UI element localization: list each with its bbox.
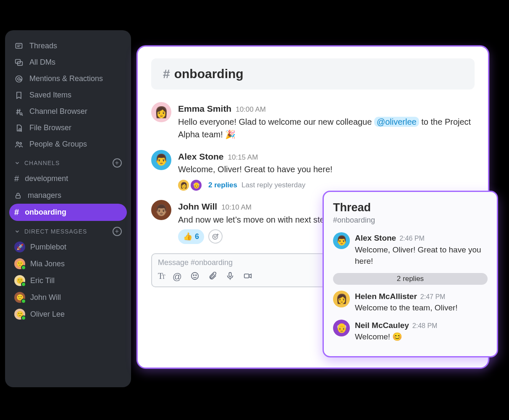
format-icon[interactable]: TT (158, 271, 164, 282)
message-author[interactable]: Neil McCauley (355, 320, 409, 331)
message-author[interactable]: John Will (178, 200, 217, 213)
avatar[interactable]: 👨 (333, 232, 350, 249)
mention[interactable]: @oliverlee (374, 117, 419, 127)
attachment-icon[interactable] (208, 271, 217, 282)
bookmark-icon (14, 91, 24, 100)
dm-item-oliver[interactable]: 🙂 Oliver Lee (5, 306, 131, 323)
avatar[interactable]: 👴 (333, 320, 350, 336)
message-time: 2:48 PM (412, 321, 438, 331)
thread-reply-avatar: 👩 (178, 180, 189, 191)
sidebar-item-threads[interactable]: Threads (5, 38, 131, 54)
message-time: 10:00 AM (236, 104, 266, 115)
sidebar-item-saved[interactable]: Saved Items (5, 87, 131, 103)
dm-label: Oliver Lee (30, 310, 65, 319)
sidebar-item-people[interactable]: People & Groups (5, 136, 131, 152)
channel-label: onboarding (25, 208, 66, 217)
add-channel-button[interactable]: + (113, 158, 122, 168)
channel-label: development (25, 174, 68, 183)
hash-icon: # (14, 174, 19, 184)
channel-item-development[interactable]: # development (5, 170, 131, 187)
message-author[interactable]: Helen McAllister (355, 291, 417, 302)
dm-section-header[interactable]: DIRECT MESSAGES + (5, 221, 131, 239)
svg-line-12 (22, 114, 23, 116)
hash-icon: # (163, 67, 170, 81)
avatar[interactable]: 👨🏽 (151, 200, 171, 220)
sidebar-item-mentions[interactable]: Mentions & Reactions (5, 71, 131, 87)
svg-point-24 (193, 275, 194, 276)
channel-header[interactable]: # onboarding (151, 58, 475, 89)
thread-reply-count: 2 replies (208, 180, 237, 191)
file-search-icon (14, 124, 24, 132)
sidebar-item-label: Threads (29, 42, 57, 50)
thread-summary[interactable]: 👩 👴 2 replies Last reply yesterday (178, 180, 475, 191)
channel-item-managers[interactable]: managers (5, 187, 131, 204)
video-icon[interactable] (243, 271, 252, 282)
svg-point-15 (16, 142, 18, 144)
dm-item-john[interactable]: 🙂 John Will (5, 289, 131, 306)
mention-icon[interactable]: @ (173, 271, 182, 282)
svg-rect-28 (244, 274, 249, 278)
message-author[interactable]: Alex Stone (178, 150, 224, 163)
dm-label: Pumblebot (30, 243, 66, 252)
avatar[interactable]: 👩 (333, 291, 350, 307)
message-text: Welcome, Oliver! Great to have you here! (355, 244, 488, 267)
message-text: Welcome, Oliver! Great to have you here! (178, 163, 475, 176)
chevron-down-icon (14, 228, 20, 234)
message: 👨 Alex Stone 10:15 AM Welcome, Oliver! G… (151, 150, 475, 191)
thread-reply: 👴 Neil McCauley 2:48 PM Welcome! 😊 (333, 320, 488, 343)
add-dm-button[interactable]: + (113, 227, 122, 236)
people-icon (14, 140, 24, 149)
presence-indicator (21, 282, 26, 287)
mention-icon (14, 75, 24, 83)
avatar: 🚀 (14, 242, 25, 252)
thread-channel-label[interactable]: #onboarding (333, 216, 488, 225)
reaction-emoji: 👍 (183, 231, 192, 242)
emoji-icon[interactable] (190, 271, 199, 282)
hash-search-icon (14, 108, 24, 116)
sidebar-item-file-browser[interactable]: File Browser (5, 120, 131, 136)
channels-section-header[interactable]: CHANNELS + (5, 152, 131, 170)
microphone-icon[interactable] (226, 271, 235, 282)
sidebar-item-label: People & Groups (29, 140, 87, 149)
message-author[interactable]: Alex Stone (355, 232, 396, 244)
dm-item-eric[interactable]: 🙂 Eric Till (5, 272, 131, 289)
sidebar-item-all-dms[interactable]: All DMs (5, 54, 131, 71)
message-text: Welcome to the team, Oliver! (355, 302, 458, 314)
thread-panel: Thread #onboarding 👨 Alex Stone 2:46 PM … (323, 191, 498, 357)
avatar[interactable]: 👩 (151, 102, 171, 122)
channels-header-label: CHANNELS (24, 160, 60, 166)
svg-point-20 (216, 236, 217, 237)
add-reaction-button[interactable] (208, 229, 223, 244)
dm-item-pumblebot[interactable]: 🚀 Pumblebot (5, 239, 131, 255)
dm-item-mia[interactable]: 🙂 Mia Jones (5, 255, 131, 272)
dm-label: Eric Till (30, 276, 55, 285)
message-text-part: Hello everyone! Glad to welcome our new … (178, 117, 374, 126)
thread-root-message: 👨 Alex Stone 2:46 PM Welcome, Oliver! Gr… (333, 232, 488, 267)
threads-icon (14, 42, 24, 50)
sidebar: Threads All DMs Mentions & Reactions Sav… (5, 30, 131, 387)
presence-indicator (21, 265, 26, 270)
message-time: 2:47 PM (420, 292, 446, 302)
message-author[interactable]: Emma Smith (178, 102, 231, 116)
reaction[interactable]: 👍 6 (178, 229, 204, 244)
svg-point-18 (213, 234, 218, 239)
svg-rect-17 (16, 195, 21, 198)
thread-title: Thread (333, 201, 488, 214)
svg-rect-26 (229, 272, 231, 276)
message: 👩 Emma Smith 10:00 AM Hello everyone! Gl… (151, 102, 475, 141)
lock-icon (14, 192, 22, 200)
avatar: 🙂 (14, 275, 25, 286)
avatar[interactable]: 👨 (151, 150, 171, 170)
message-time: 10:15 AM (228, 152, 258, 163)
avatar: 🙂 (14, 292, 25, 303)
sidebar-item-channel-browser[interactable]: Channel Browser (5, 103, 131, 120)
svg-line-9 (17, 109, 18, 114)
avatar: 🙂 (14, 309, 25, 320)
dm-header-label: DIRECT MESSAGES (24, 228, 87, 235)
reaction-count: 6 (195, 231, 199, 242)
channel-item-onboarding[interactable]: # onboarding (9, 204, 127, 221)
message-text: Welcome! 😊 (355, 331, 437, 343)
dm-label: Mia Jones (30, 260, 65, 268)
svg-point-5 (16, 76, 22, 82)
channel-label: managers (28, 191, 61, 200)
